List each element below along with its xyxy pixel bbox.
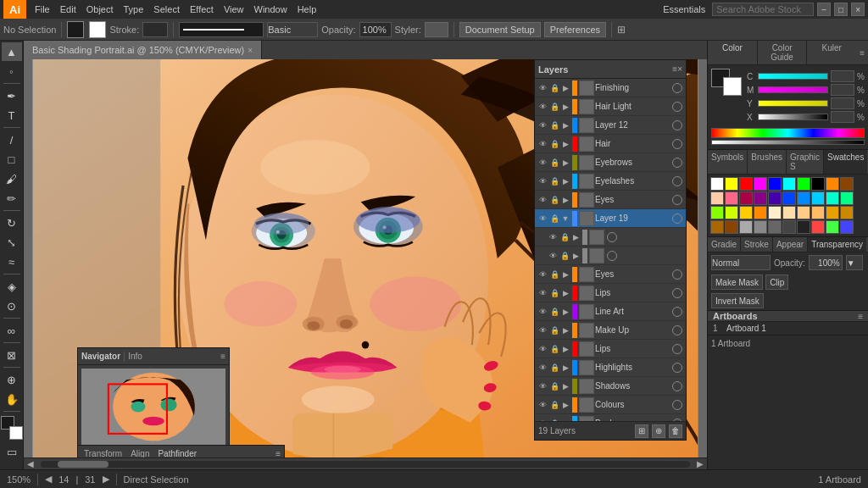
layer-expand-icon[interactable]: ▶	[560, 362, 570, 374]
layer-expand-icon[interactable]: ▶	[560, 380, 570, 392]
pencil-tool[interactable]: ✏	[2, 189, 22, 208]
layer-lock-icon[interactable]: 🔒	[549, 380, 559, 392]
document-setup-button[interactable]: Document Setup	[459, 22, 541, 37]
search-input[interactable]	[712, 3, 814, 16]
color-stroke-swatch[interactable]	[723, 77, 742, 96]
layer-visibility-icon[interactable]: 👁	[537, 119, 548, 131]
swatch-color[interactable]	[826, 206, 839, 219]
layer-visibility-icon[interactable]: 👁	[547, 231, 559, 243]
swatch-color[interactable]	[768, 177, 782, 191]
make-sublayer-button[interactable]: ⊞	[635, 424, 648, 438]
layer-target-circle[interactable]	[672, 381, 682, 391]
channel-x-slider-track[interactable]	[758, 114, 828, 120]
swatch-color[interactable]	[710, 191, 724, 205]
hand-tool[interactable]: ✋	[2, 390, 22, 408]
layer-item[interactable]: 👁 🔒 ▶ Backgr...	[535, 414, 686, 421]
swatch-color[interactable]	[811, 177, 825, 191]
appearance-tab[interactable]: Appear	[773, 237, 808, 252]
document-tab[interactable]: Basic Shading Portrait.ai @ 150% (CMYK/P…	[24, 41, 262, 59]
layer-item[interactable]: 👁 🔒 ▶ Finishing	[535, 79, 686, 97]
channel-x-value[interactable]	[831, 111, 854, 123]
symbols-tab[interactable]: Symbols	[708, 150, 748, 174]
add-layer-button[interactable]: ⊕	[652, 424, 665, 438]
layer-expand-icon[interactable]: ▶	[560, 138, 570, 150]
swatch-color[interactable]	[710, 220, 724, 234]
layer-target-circle[interactable]	[672, 214, 682, 224]
menu-file[interactable]: File	[30, 3, 55, 16]
layer-item[interactable]: 👁 🔒 ▶ Colours	[535, 396, 686, 414]
artboards-options-button[interactable]: ≡	[858, 312, 863, 321]
minimize-button[interactable]: −	[817, 3, 831, 16]
layer-visibility-icon[interactable]: 👁	[537, 175, 548, 187]
fill-color-swatch[interactable]	[67, 21, 84, 38]
menu-effect[interactable]: Effect	[185, 3, 219, 16]
color-panel-options[interactable]: ≡	[856, 41, 868, 64]
layer-item[interactable]: 👁 🔒 ▶	[535, 228, 686, 247]
layer-item[interactable]: 👁 🔒 ▶ Shadows	[535, 377, 686, 396]
layer-item[interactable]: 👁 🔒 ▶ Hair	[535, 135, 686, 153]
layer-visibility-icon[interactable]: 👁	[537, 287, 548, 299]
opacity-input[interactable]	[359, 22, 392, 37]
layer-visibility-icon[interactable]: 👁	[537, 213, 548, 225]
layer-lock-icon[interactable]: 🔒	[549, 82, 559, 94]
menu-type[interactable]: Type	[119, 3, 149, 16]
layer-item[interactable]: 👁 🔒 ▼ Layer 19	[535, 209, 686, 228]
layer-lock-icon[interactable]: 🔒	[549, 119, 559, 131]
layer-item[interactable]: 👁 🔒 ▶ Eyes	[535, 191, 686, 209]
color-spectrum[interactable]	[711, 128, 865, 138]
swatch-color[interactable]	[768, 220, 782, 234]
swatch-color[interactable]	[725, 191, 738, 205]
swatch-color[interactable]	[768, 191, 782, 205]
rotate-tool[interactable]: ↻	[2, 214, 22, 232]
layer-expand-icon[interactable]: ▶	[560, 194, 570, 206]
swatch-color[interactable]	[739, 177, 753, 191]
layer-lock-icon[interactable]: 🔒	[549, 399, 559, 411]
layer-expand-icon[interactable]: ▶	[560, 287, 570, 299]
layer-lock-icon[interactable]: 🔒	[549, 101, 559, 113]
swatch-color[interactable]	[725, 206, 738, 219]
layer-target-circle[interactable]	[672, 269, 682, 280]
swatch-color[interactable]	[826, 220, 839, 234]
layer-target-circle[interactable]	[672, 400, 682, 410]
opacity-select[interactable]: ▼	[846, 255, 863, 270]
menu-edit[interactable]: Edit	[55, 3, 81, 16]
menu-window[interactable]: Window	[249, 3, 292, 16]
slice-tool[interactable]: ⊠	[2, 346, 22, 364]
swatch-color[interactable]	[754, 220, 767, 234]
layer-expand-icon[interactable]: ▶	[560, 269, 570, 280]
layer-lock-icon[interactable]: 🔒	[549, 324, 559, 336]
layer-expand-icon[interactable]: ▶	[560, 306, 570, 318]
channel-y-value[interactable]	[831, 97, 854, 109]
layer-lock-icon[interactable]: 🔒	[549, 362, 559, 374]
invert-mask-button[interactable]: Invert Mask	[711, 293, 764, 308]
swatch-color[interactable]	[768, 206, 782, 219]
menu-object[interactable]: Object	[81, 3, 119, 16]
swatch-color[interactable]	[754, 191, 767, 205]
swatches-tab-active[interactable]: Swatches	[824, 150, 867, 174]
align-icon[interactable]: ⊞	[617, 24, 626, 36]
menu-help[interactable]: Help	[292, 3, 322, 16]
layer-expand-icon[interactable]: ▶	[560, 399, 570, 411]
screen-mode-tool[interactable]: ▭	[2, 442, 22, 461]
layer-visibility-icon[interactable]: 👁	[537, 157, 548, 169]
layer-expand-icon[interactable]: ▶	[560, 82, 570, 94]
swatch-color[interactable]	[840, 191, 854, 205]
select-tool[interactable]: ▲	[2, 42, 22, 61]
color-black-bar[interactable]	[711, 140, 865, 145]
menu-view[interactable]: View	[219, 3, 249, 16]
layer-lock-icon[interactable]: 🔒	[549, 269, 559, 280]
layer-expand-icon[interactable]: ▼	[560, 213, 570, 225]
delete-layer-button[interactable]: 🗑	[669, 424, 682, 438]
swatch-color[interactable]	[840, 177, 854, 191]
close-button[interactable]: ×	[851, 3, 865, 16]
navigator-options-button[interactable]: ≡	[220, 352, 225, 361]
layer-item[interactable]: 👁 🔒 ▶ Eyes	[535, 265, 686, 284]
artboard-item-1[interactable]: 1 Artboard 1	[708, 322, 868, 335]
channel-y-slider-track[interactable]	[758, 100, 828, 107]
layer-visibility-icon[interactable]: 👁	[537, 399, 548, 411]
swatch-color[interactable]	[710, 177, 724, 191]
layer-target-circle[interactable]	[672, 195, 682, 205]
channel-m-value[interactable]	[831, 84, 854, 96]
swatch-color[interactable]	[710, 206, 724, 219]
tab-pathfinder[interactable]: Pathfinder	[155, 449, 199, 458]
